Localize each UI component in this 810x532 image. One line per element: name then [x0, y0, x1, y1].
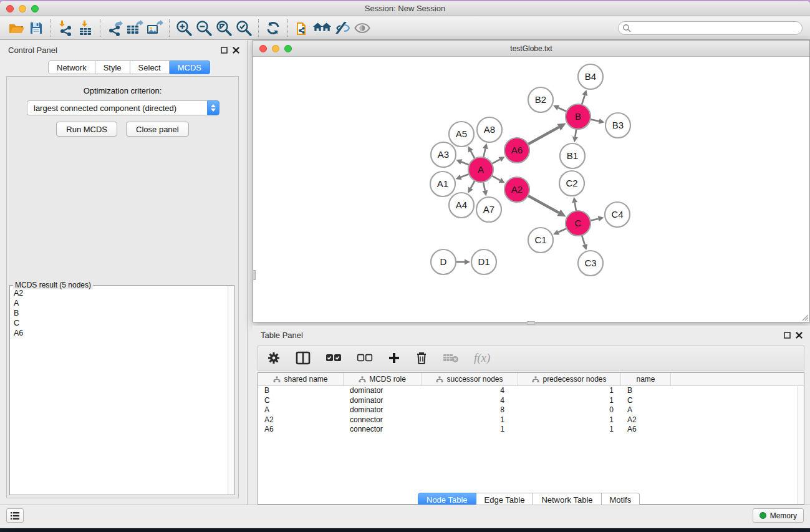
table-row[interactable]: Cdominator41C	[258, 396, 797, 406]
graph-edge-C-C3[interactable]	[582, 235, 585, 244]
mcds-result-item[interactable]: C	[10, 318, 228, 328]
close-panel-button[interactable]: Close panel	[126, 122, 189, 137]
export-network-icon[interactable]	[105, 19, 125, 37]
graph-edge-A6-B[interactable]	[528, 127, 559, 144]
import-table-icon[interactable]	[75, 19, 95, 37]
close-panel-icon[interactable]	[796, 332, 803, 339]
mcds-result-item[interactable]: A2	[10, 288, 228, 298]
import-network-icon[interactable]	[55, 19, 75, 37]
home-icon[interactable]	[312, 19, 332, 37]
table-cell[interactable]: 4	[422, 386, 518, 396]
memory-button[interactable]: Memory	[753, 508, 804, 523]
column-header-name[interactable]: name	[621, 373, 671, 385]
criterion-select[interactable]: largest connected component (directed)	[27, 100, 219, 115]
table-cell[interactable]: C	[621, 396, 671, 406]
table-cell[interactable]: A2	[258, 415, 344, 425]
table-cell[interactable]: dominator	[344, 386, 422, 396]
delete-icon[interactable]	[415, 351, 428, 365]
mcds-result-item[interactable]: A6	[10, 328, 228, 338]
mcds-result-item[interactable]: B	[10, 308, 228, 318]
graph-edge-A2-C[interactable]	[528, 196, 559, 213]
task-history-button[interactable]	[6, 508, 24, 523]
function-builder-icon[interactable]: f(x)	[474, 351, 490, 365]
show-hide-icon[interactable]	[352, 19, 372, 37]
table-cell[interactable]: A2	[621, 415, 671, 425]
run-mcds-button[interactable]: Run MCDS	[56, 122, 117, 137]
table-cell[interactable]: 1	[518, 396, 621, 406]
graph-edge-A-A5[interactable]	[471, 151, 475, 158]
graph-edge-A-A4[interactable]	[471, 181, 475, 188]
tab-network[interactable]: Network	[48, 60, 95, 74]
graph-edge-B-B4[interactable]	[582, 95, 585, 105]
column-header-predecessor-nodes[interactable]: predecessor nodes	[518, 373, 621, 385]
table-row[interactable]: Bdominator41B	[258, 386, 797, 396]
criterion-select-value[interactable]: largest connected component (directed)	[27, 100, 207, 115]
zoom-out-icon[interactable]	[194, 19, 214, 37]
export-table-icon[interactable]	[125, 19, 145, 37]
table-cell[interactable]: 1	[422, 425, 518, 435]
table-cell[interactable]: connector	[344, 415, 422, 425]
table-cell[interactable]: 4	[422, 396, 518, 406]
gear-icon[interactable]	[267, 351, 281, 365]
graphics-details-icon[interactable]	[332, 19, 352, 37]
float-panel-icon[interactable]	[221, 47, 228, 54]
table-row[interactable]: A2connector11A2	[258, 415, 797, 425]
table-cell[interactable]: 1	[518, 386, 621, 396]
column-header-mcds-role[interactable]: MCDS role	[344, 373, 422, 385]
graph-edge-C-C1[interactable]	[558, 228, 566, 232]
graph-edge-A-A8[interactable]	[483, 148, 485, 157]
new-network-from-selection-icon[interactable]	[292, 19, 312, 37]
table-cell[interactable]: A	[621, 405, 671, 415]
bottom-splitter-handle[interactable]	[527, 321, 535, 325]
graph-edge-A-A1[interactable]	[461, 174, 469, 177]
columns-icon[interactable]	[296, 351, 311, 365]
zoom-selected-icon[interactable]	[234, 19, 254, 37]
table-scrollbar[interactable]	[797, 386, 804, 504]
table-row[interactable]: A6connector11A6	[258, 425, 797, 435]
network-canvas[interactable]: B4B2BB3A8A5A6A3B1AA1C2A2A4A7C4CC1DC3D1	[253, 57, 809, 322]
graph-edge-B-B3[interactable]	[591, 119, 599, 121]
table-cell[interactable]: 0	[518, 405, 621, 415]
tab-select[interactable]: Select	[130, 60, 170, 74]
column-header-successor-nodes[interactable]: successor nodes	[422, 373, 518, 385]
left-splitter-handle[interactable]	[253, 270, 256, 280]
graph-edge-A-A7[interactable]	[483, 182, 485, 191]
graph-edge-C-C4[interactable]	[591, 219, 599, 221]
table-cell[interactable]: A	[258, 405, 344, 415]
graph-edge-B-B2[interactable]	[558, 108, 566, 112]
network-window-titlebar[interactable]: testGlobe.txt	[253, 41, 809, 57]
refresh-icon[interactable]	[263, 19, 283, 37]
zoom-fit-icon[interactable]	[214, 19, 234, 37]
save-session-icon[interactable]	[26, 19, 46, 37]
close-panel-icon[interactable]	[233, 47, 239, 54]
table-cell[interactable]: 1	[518, 415, 621, 425]
graph-edge-C-C2[interactable]	[575, 203, 576, 211]
table-cell[interactable]: connector	[344, 425, 422, 435]
column-header-shared-name[interactable]: shared name	[258, 373, 344, 385]
resize-grip-icon[interactable]	[800, 312, 809, 321]
select-all-icon[interactable]	[325, 354, 342, 362]
graph-edge-A-A2[interactable]	[492, 176, 500, 180]
table-cell[interactable]: 1	[422, 415, 518, 425]
open-session-icon[interactable]	[6, 19, 26, 37]
table-cell[interactable]: 1	[518, 425, 621, 435]
zoom-in-icon[interactable]	[174, 19, 194, 37]
deselect-all-icon[interactable]	[357, 354, 373, 362]
graph-edge-B-B1[interactable]	[575, 129, 576, 137]
table-cell[interactable]: dominator	[344, 405, 422, 415]
mcds-result-scrollbar[interactable]	[228, 286, 234, 495]
graph-edge-A-A6[interactable]	[492, 160, 500, 164]
select-stepper-icon[interactable]	[207, 100, 219, 115]
delete-table-icon[interactable]	[443, 352, 459, 364]
add-column-icon[interactable]	[388, 352, 400, 364]
float-panel-icon[interactable]	[784, 332, 791, 339]
table-cell[interactable]: 8	[422, 405, 518, 415]
search-input[interactable]	[618, 21, 803, 35]
tab-style[interactable]: Style	[95, 60, 130, 74]
table-cell[interactable]: A6	[621, 425, 671, 435]
table-cell[interactable]: C	[258, 396, 344, 406]
network-graph[interactable]: B4B2BB3A8A5A6A3B1AA1C2A2A4A7C4CC1DC3D1	[253, 57, 809, 322]
table-cell[interactable]: dominator	[344, 396, 422, 406]
graph-edge-A-A3[interactable]	[461, 162, 470, 165]
table-row[interactable]: Adominator80A	[258, 405, 797, 415]
